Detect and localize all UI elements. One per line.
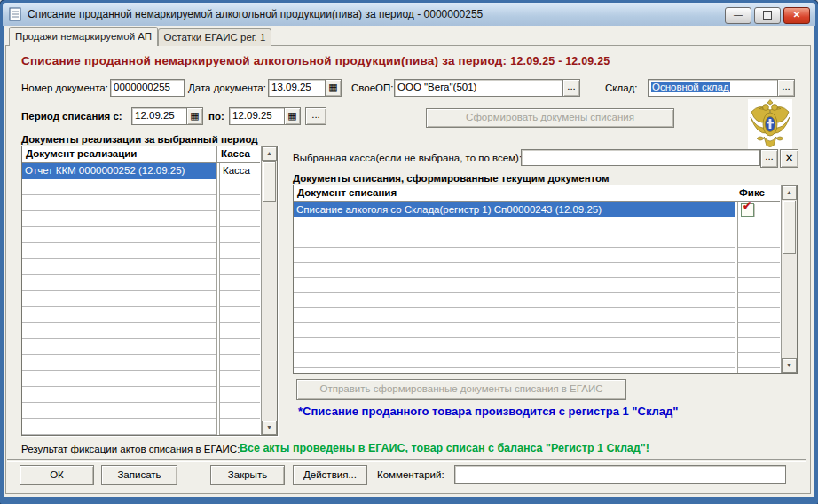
doc-date-field[interactable]: 13.09.25 <box>268 79 328 97</box>
tab-sales[interactable]: Продажи немаркируемой АП <box>9 27 158 46</box>
sales-docs-col-doc[interactable]: Документ реализации <box>22 146 217 162</box>
client-area: Продажи немаркируемой АП Остатки ЕГАИС р… <box>4 26 814 497</box>
scroll-down-icon[interactable]: ▼ <box>262 421 277 435</box>
sales-docs-col-kassa[interactable]: Касса <box>217 146 260 162</box>
close-button[interactable]: ✕ <box>783 7 810 24</box>
warehouse-browse-button[interactable]: ... <box>777 79 795 97</box>
sales-docs-row-kassa[interactable]: Касса <box>219 163 260 179</box>
period-from-label: Период списания с: <box>21 111 122 122</box>
ok-button[interactable]: ОК <box>20 465 94 485</box>
doc-date-calendar-icon[interactable]: ▦ <box>325 79 342 97</box>
sales-docs-caption: Документы реализации за выбранный период <box>21 134 258 145</box>
doc-number-field[interactable]: 0000000255 <box>110 79 185 97</box>
period-to-field[interactable]: 12.09.25 <box>229 107 287 125</box>
register-note: *Списание проданного товара производится… <box>298 405 678 418</box>
scroll-up-icon[interactable]: ▲ <box>262 146 277 161</box>
doc-date-label: Дата документа: <box>188 83 266 93</box>
restore-button[interactable] <box>754 7 781 24</box>
egais-result-value: Все акты проведены в ЕГАИС, товар списан… <box>240 442 649 454</box>
writeoff-docs-col-doc[interactable]: Документ списания <box>294 185 735 201</box>
doc-number-label: Номер документа: <box>21 83 108 93</box>
sales-docs-body: Отчет ККМ 0000000252 (12.09.25) Касса <box>22 163 260 435</box>
sales-docs-table: Документ реализации Касса Отчет ККМ 0000… <box>21 146 278 436</box>
kassa-clear-button[interactable]: ✕ <box>780 149 798 168</box>
period-from-field[interactable]: 12.09.25 <box>131 107 190 125</box>
period-from-calendar-icon[interactable]: ▦ <box>186 107 203 125</box>
kassa-filter-label: Выбранная касса(если не выбрана, то по в… <box>293 153 524 163</box>
writeoff-docs-caption: Документы списания, сформированные текущ… <box>293 173 609 184</box>
generate-writeoff-button[interactable]: Сформировать докумены списания <box>426 108 674 128</box>
own-op-field[interactable]: ООО "Вега"(501) <box>394 79 566 97</box>
kassa-browse-button[interactable]: ... <box>760 149 778 168</box>
close-form-button[interactable]: Закрыть <box>210 465 285 485</box>
fsrar-eagle-emblem-icon <box>748 99 792 149</box>
fixed-checkbox[interactable]: ✔ <box>741 203 754 217</box>
own-op-label: СвоеОП: <box>351 83 393 93</box>
writeoff-docs-row[interactable]: Списание алкоголя со Склада(регистр 1) С… <box>294 202 735 217</box>
restore-icon <box>763 11 772 20</box>
writeoff-docs-row-fix[interactable]: ✔ <box>737 202 780 217</box>
app-window: Списание проданной немаркируемой алкогол… <box>0 0 818 504</box>
sales-docs-scrollbar[interactable]: ▲ ▼ <box>261 146 277 435</box>
page-title-period: 12.09.25 - 12.09.25 <box>510 55 610 67</box>
save-button[interactable]: Записать <box>101 465 177 485</box>
actions-button[interactable]: Действия... <box>293 465 367 485</box>
period-to-label: по: <box>208 111 224 122</box>
scroll-down-icon[interactable]: ▼ <box>782 358 797 373</box>
title-bar: Списание проданной немаркируемой алкогол… <box>3 3 815 26</box>
warehouse-field[interactable]: Основной склад <box>648 79 781 97</box>
scrollbar-thumb[interactable] <box>263 161 276 202</box>
page-title: Списание проданной немаркируемой алкогол… <box>21 54 610 67</box>
scrollbar-thumb[interactable] <box>783 201 796 254</box>
tab-egais-remains[interactable]: Остатки ЕГАИС рег. 1 <box>158 28 271 46</box>
writeoff-docs-table: Документ списания Фикс Списание алкоголя… <box>293 185 798 374</box>
period-browse-button[interactable]: ... <box>305 107 326 125</box>
sales-docs-row[interactable]: Отчет ККМ 0000000252 (12.09.25) <box>22 163 216 179</box>
period-to-calendar-icon[interactable]: ▦ <box>284 107 301 125</box>
warehouse-value: Основной склад <box>651 82 730 92</box>
egais-result-label: Результат фиксации актов списания в ЕГАИ… <box>21 444 240 454</box>
window-title: Списание проданной немаркируемой алкогол… <box>28 8 483 20</box>
writeoff-docs-body: Списание алкоголя со Склада(регистр 1) С… <box>294 202 780 373</box>
kassa-filter-input[interactable] <box>521 149 760 166</box>
own-op-browse-button[interactable]: ... <box>562 79 580 97</box>
warehouse-label: Склад: <box>605 83 637 93</box>
comment-label: Комментарий: <box>377 469 444 480</box>
send-to-egais-button[interactable]: Отправить сформированные документы списа… <box>296 379 626 400</box>
comment-input[interactable] <box>454 465 786 484</box>
check-icon: ✔ <box>743 200 751 212</box>
document-icon <box>9 7 21 21</box>
page-title-text: Списание проданной немаркируемой алкогол… <box>21 54 507 67</box>
footer-separator <box>7 459 806 462</box>
scroll-up-icon[interactable]: ▲ <box>782 185 797 200</box>
minimize-button[interactable]: — <box>725 7 751 24</box>
writeoff-docs-scrollbar[interactable]: ▲ ▼ <box>781 185 797 373</box>
